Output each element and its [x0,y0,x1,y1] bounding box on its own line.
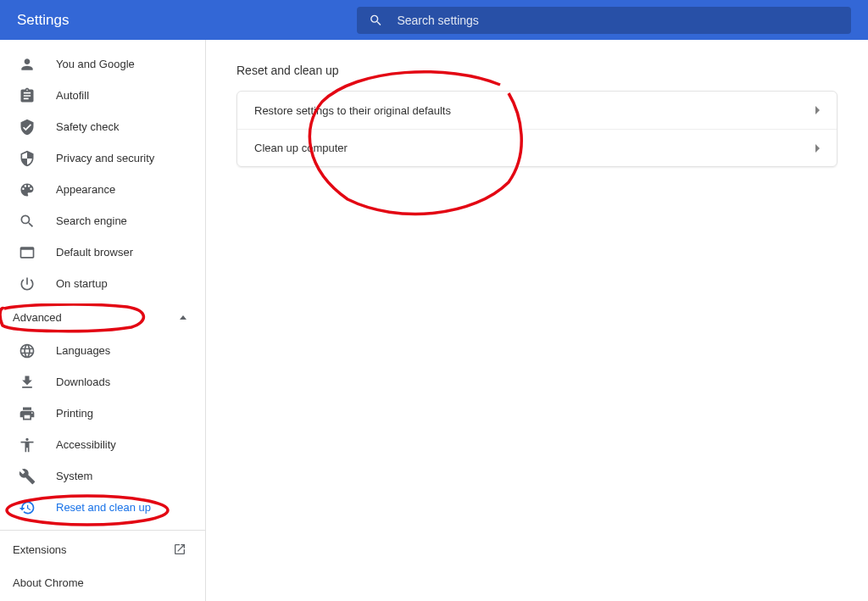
sidebar-extensions[interactable]: Extensions [0,531,205,566]
sidebar-item-label: On startup [56,277,108,290]
sidebar-item-label: Default browser [56,246,133,259]
sidebar-item-label: Safety check [56,120,119,133]
sidebar-item-label: Privacy and security [56,152,154,164]
sidebar-item-label: Languages [56,344,110,357]
wrench-icon [19,468,36,485]
search-engine-icon [19,213,36,230]
launch-icon [173,543,186,556]
palette-icon [19,181,36,198]
sidebar-item-label: Autofill [56,89,89,102]
sidebar-about[interactable]: About Chrome [0,566,205,599]
download-icon [19,374,36,391]
search-icon [369,13,383,28]
clipboard-icon [19,87,36,104]
sidebar-item-appearance[interactable]: Appearance [0,174,205,205]
print-icon [19,405,36,422]
globe-icon [19,342,36,359]
sidebar-item-you-and-google[interactable]: You and Google [0,48,205,80]
extensions-label: Extensions [13,543,67,556]
row-label: Restore settings to their original defau… [254,104,451,117]
settings-card: Restore settings to their original defau… [236,91,837,167]
about-label: About Chrome [13,576,84,589]
sidebar-item-languages[interactable]: Languages [0,335,205,366]
sidebar-item-label: You and Google [56,58,135,70]
sidebar-item-system[interactable]: System [0,460,205,492]
sidebar-item-printing[interactable]: Printing [0,398,205,429]
sidebar-item-label: Downloads [56,376,110,388]
chevron-right-icon [815,144,820,153]
restore-icon [19,499,36,516]
content: You and Google Autofill Safety check Pri… [0,40,868,601]
person-icon [19,56,36,73]
sidebar-item-label: Appearance [56,183,115,196]
main-panel: Reset and clean up Restore settings to t… [206,40,868,601]
row-restore-defaults[interactable]: Restore settings to their original defau… [237,92,837,129]
search-bar[interactable] [357,7,851,34]
power-icon [19,275,36,292]
advanced-label: Advanced [13,311,62,324]
verified-icon [19,119,36,136]
sidebar-item-accessibility[interactable]: Accessibility [0,429,205,460]
sidebar-item-privacy-security[interactable]: Privacy and security [0,142,205,174]
sidebar-item-label: Search engine [56,214,127,227]
browser-icon [19,244,36,261]
sidebar-item-search-engine[interactable]: Search engine [0,205,205,237]
sidebar-item-autofill[interactable]: Autofill [0,80,205,111]
sidebar-item-label: System [56,470,92,482]
chevron-right-icon [815,106,820,114]
row-label: Clean up computer [254,142,348,154]
sidebar-item-on-startup[interactable]: On startup [0,268,205,299]
accessibility-icon [19,437,36,454]
sidebar-item-label: Printing [56,407,93,420]
sidebar-item-downloads[interactable]: Downloads [0,366,205,398]
sidebar-item-default-browser[interactable]: Default browser [0,237,205,268]
shield-icon [19,150,36,167]
section-title: Reset and clean up [236,64,837,77]
chevron-up-icon [180,315,186,320]
row-clean-up-computer[interactable]: Clean up computer [237,129,837,166]
page-title: Settings [17,12,69,29]
advanced-toggle[interactable]: Advanced [0,299,205,335]
sidebar-item-reset-clean-up[interactable]: Reset and clean up [0,492,205,523]
search-input[interactable] [397,14,839,27]
sidebar-item-label: Accessibility [56,438,116,451]
sidebar-item-safety-check[interactable]: Safety check [0,111,205,142]
header: Settings [0,0,868,40]
sidebar-item-label: Reset and clean up [56,501,151,514]
sidebar: You and Google Autofill Safety check Pri… [0,40,206,601]
